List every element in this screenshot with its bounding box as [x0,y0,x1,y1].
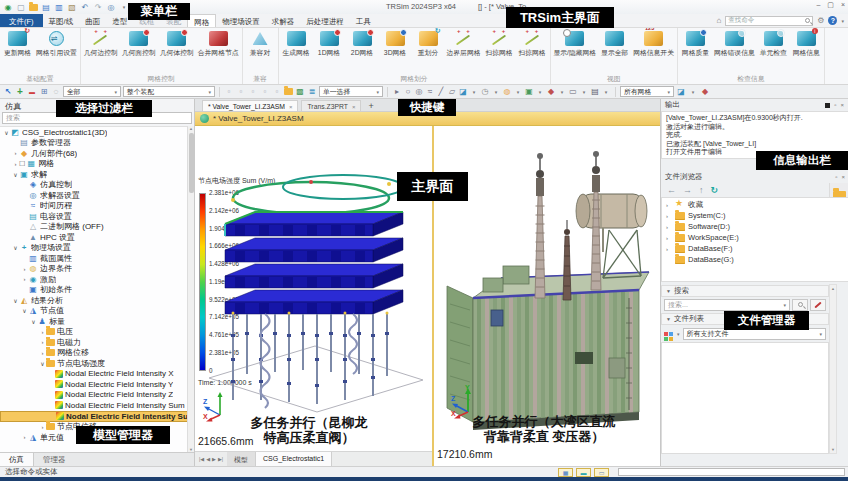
tree-item[interactable]: › ☐ 激励 [0,274,194,285]
ribbon-button[interactable]: 兼容对 [244,28,277,58]
tree-expand-arrow[interactable]: › [39,329,46,335]
poly-icon[interactable] [447,86,457,97]
menu-tab[interactable]: 物理场设置 [216,14,266,27]
tree-expand-arrow[interactable]: › [21,266,28,272]
ribbon-button[interactable]: 合并网格节点 [196,28,241,58]
tree-expand-arrow[interactable]: ∨ [21,307,28,314]
menu-tab[interactable]: 网格 [187,14,216,27]
ribbon-button[interactable]: 几何面控制 [120,28,158,58]
tree-item[interactable]: ∨ ☐ CSG_Electrostatic1(3D) [0,127,194,138]
file-list-area[interactable] [661,342,829,454]
caret-icon[interactable] [535,86,545,97]
ribbon-button[interactable]: 单元检查 [757,28,790,58]
tree-item[interactable]: ☐ 求解器设置 [0,190,194,201]
restore-button[interactable]: ▢ [827,1,834,9]
tree-expand-arrow[interactable]: › [21,434,28,440]
menu-tab[interactable]: 草图/线 [43,14,80,27]
record-icon[interactable] [825,103,830,108]
tree-item[interactable]: ∨ ☐ 求解 [0,169,194,180]
tree-item[interactable]: ☐ Nodal Electric Field Intensity Sum (Cu… [0,411,194,422]
folder-icon[interactable] [29,4,38,11]
sheet-nav-icon[interactable]: ◀ [206,456,210,462]
tree-item[interactable]: ☐ 初始条件 [0,285,194,296]
tree-item[interactable]: › ☐ 几何部件(68) [0,148,194,159]
drive-item[interactable]: DataBase(G:) [662,254,848,265]
tree-expand-arrow[interactable]: › [21,276,28,282]
mesh-filter-select[interactable]: 所有网格▾ [620,86,674,97]
drive-icon[interactable] [590,86,600,97]
play-icon[interactable] [392,86,402,97]
help-icon[interactable]: ? [828,16,837,25]
tree-expand-arrow[interactable]: ∨ [39,360,46,367]
tree-item[interactable]: ∨ ☐ 节点电场强度 [0,358,194,369]
folder-icon[interactable] [284,88,293,95]
chevron-down-icon[interactable]: ▾ [841,18,844,24]
clock-icon[interactable] [480,86,490,97]
tree-expand-arrow[interactable]: › [666,246,672,252]
circle-icon[interactable] [403,86,413,97]
tree-item[interactable]: ☐ 仿真控制 [0,180,194,191]
minimize-button[interactable]: – [816,1,820,9]
ribbon-button[interactable]: 1D网格 [313,28,346,58]
tree-item[interactable]: ☐ 截面属性 [0,253,194,264]
caret-icon[interactable] [491,86,501,97]
tree-item[interactable]: ☐ Nodal Electric Field Intensity Z [0,390,194,401]
scope-select[interactable]: 全部▾ [63,86,121,97]
tree-expand-arrow[interactable]: › [39,424,46,430]
tree-item[interactable]: › ☐ 网格位移 [0,348,194,359]
tab-manager[interactable]: 管理器 [34,453,75,466]
app-logo-icon[interactable] [3,2,13,13]
palette-icon[interactable] [502,86,512,97]
select-cursor-icon[interactable] [3,86,13,97]
window-icon[interactable] [568,86,578,97]
settings-gear-icon[interactable]: ⚙ [817,16,824,25]
tree-item[interactable]: ☐ 参数管理器 [0,138,194,149]
save-all-icon[interactable] [54,2,64,13]
sheet-nav-icon[interactable]: |◀ [199,456,204,462]
selection-mode-select[interactable]: 单一选择▾ [319,86,383,97]
file-search-input[interactable]: 搜索...▾ [664,299,790,311]
drive-item[interactable]: › WorkSpace(E:) [662,232,848,243]
tree-item[interactable]: ∨ ☐ 结果分析 [0,295,194,306]
forward-icon[interactable]: → [683,185,692,195]
chevron-down-icon[interactable]: ▾ [677,331,680,337]
view-mode-icon[interactable] [664,332,668,336]
toggle-icon[interactable] [224,86,234,97]
assembly-select[interactable]: 整个装配▾ [123,86,215,97]
tree-item[interactable]: ∨ ☐ 物理场设置 [0,243,194,254]
slash-icon[interactable] [436,86,446,97]
ellipse-icon[interactable] [414,86,424,97]
wave-icon[interactable] [425,86,435,97]
tree-item[interactable]: ∨ ☐ 节点值 [0,306,194,317]
ribbon-button[interactable]: 几何体控制 [158,28,196,58]
close-icon[interactable]: × [841,174,845,180]
cube-view-icon[interactable] [676,86,686,97]
toggle-icon[interactable] [260,86,270,97]
ribbon-button[interactable]: 网格引用设置 [34,28,79,58]
home-icon[interactable]: ⌂ [716,16,721,25]
tree-expand-arrow[interactable]: › [666,213,672,219]
orbit-icon[interactable] [106,2,116,13]
status-input[interactable] [618,468,845,476]
tree-expand-arrow[interactable]: › [666,235,672,241]
remove-icon[interactable] [27,86,37,97]
search-button[interactable] [792,299,808,311]
tree-item[interactable]: › ☐ 边界条件 [0,264,194,275]
up-icon[interactable]: ↑ [699,185,704,195]
drive-item[interactable]: › 收藏 [662,199,848,210]
caret-icon[interactable] [579,86,589,97]
valve-tower-model[interactable] [203,172,429,417]
close-icon[interactable]: × [289,104,293,110]
toggle-icon[interactable] [272,86,282,97]
import-icon[interactable] [67,2,77,13]
doc-tab-trans[interactable]: Trans.Z3PRT× [301,100,361,111]
tree-expand-arrow[interactable]: › [666,202,672,208]
ribbon-button[interactable]: 网格信息开关 [631,28,676,58]
tree-item[interactable]: ☐ 二进制网格 (OFF) [0,222,194,233]
close-icon[interactable]: × [352,104,356,110]
ribbon-button[interactable]: 2D网格 [346,28,379,58]
drive-item[interactable]: › Software(D:) [662,221,848,232]
ribbon-button[interactable]: 几何边控制 [82,28,120,58]
tree-expand-arrow[interactable]: › [12,161,19,167]
sheet-nav-icon[interactable]: ▶ [212,456,216,462]
